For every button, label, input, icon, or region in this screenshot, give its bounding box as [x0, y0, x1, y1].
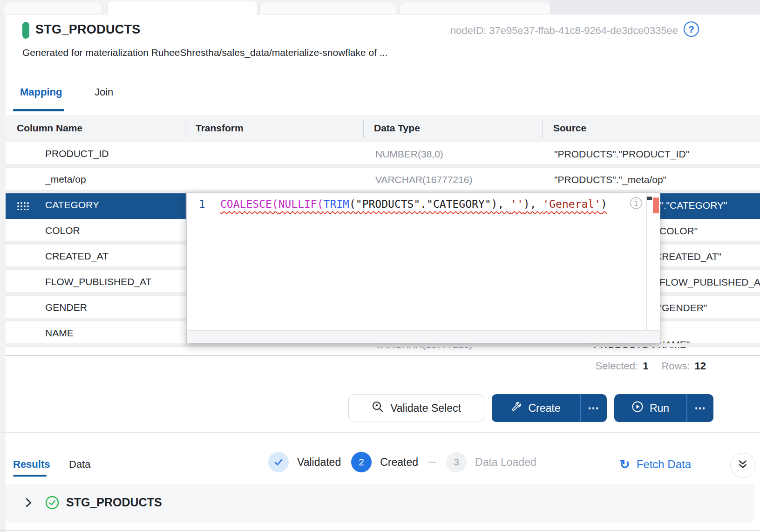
- error-marker: [653, 198, 659, 213]
- step-data-loaded: 3Data Loaded: [446, 452, 536, 472]
- create-button-main[interactable]: Create: [492, 394, 580, 422]
- code-token: 'General': [543, 198, 601, 210]
- magnifier-icon: [372, 401, 384, 416]
- row-column-name: _meta/op: [45, 174, 86, 185]
- code-line[interactable]: COALESCE(NULLIF(TRIM("PRODUCTS"."CATEGOR…: [220, 198, 607, 210]
- row-separator: [6, 164, 760, 168]
- validate-select-button[interactable]: Validate Select: [348, 394, 484, 422]
- node-type-pill: [22, 22, 29, 39]
- create-label: Create: [528, 402, 560, 415]
- editor-scrollbar[interactable]: [646, 193, 660, 330]
- tab-results[interactable]: Results: [13, 458, 50, 471]
- row-source: "PRODUCTS"."PRODUCT_ID": [554, 149, 689, 160]
- table-row[interactable]: PRODUCT_IDNUMBER(38,0)"PRODUCTS"."PRODUC…: [6, 142, 760, 168]
- step-number: 3: [446, 452, 467, 472]
- row-column-name: GENDER: [45, 302, 87, 313]
- step-connector: [428, 462, 436, 463]
- row-source: "PRODUCTS"."_meta/op": [554, 174, 666, 185]
- node-id-label: nodeID: 37e95e37-ffab-41c8-9264-de3dce03…: [450, 25, 678, 37]
- tab-strip-filler: [550, 0, 760, 14]
- scrollbar-thumb[interactable]: [647, 197, 652, 200]
- code-token: COALESCE(: [220, 198, 278, 210]
- editor-line-number: 1: [199, 198, 205, 210]
- collapse-panel-button[interactable]: [730, 453, 755, 478]
- step-label: Data Loaded: [475, 456, 536, 469]
- column-divider: [543, 120, 543, 138]
- column-header-datatype: Data Type: [374, 123, 420, 134]
- tab-data[interactable]: Data: [69, 458, 90, 471]
- column-header-transform: Transform: [196, 123, 244, 134]
- column-header-source: Source: [553, 123, 586, 134]
- tab-mapping[interactable]: Mapping: [20, 86, 62, 98]
- step-validated: Validated: [268, 452, 341, 472]
- background-tab[interactable]: [4, 3, 102, 14]
- run-label: Run: [650, 402, 669, 415]
- step-label: Validated: [297, 456, 341, 469]
- code-token: ): [601, 198, 607, 210]
- code-token: '': [510, 198, 523, 210]
- selection-summary: Selected: 1 Rows: 12: [595, 360, 706, 372]
- fetch-data-link[interactable]: ↻ Fetch Data: [619, 457, 691, 472]
- row-column-name: NAME: [45, 327, 74, 339]
- page-subtitle: Generated for materialization RuheeShres…: [22, 47, 387, 58]
- rows-label: Rows:: [661, 360, 690, 372]
- validate-select-label: Validate Select: [390, 402, 461, 415]
- step-number: 2: [351, 452, 372, 472]
- step-check-icon: [268, 452, 289, 472]
- table-header: Column Name Transform Data Type Source: [6, 116, 760, 142]
- chevron-right-icon[interactable]: [23, 496, 34, 511]
- results-tab-underline: [13, 475, 47, 477]
- table-row[interactable]: _meta/opVARCHAR(16777216)"PRODUCTS"."_me…: [6, 168, 760, 193]
- success-check-icon: [45, 495, 60, 512]
- step-created: 2Created: [351, 452, 418, 472]
- row-data-type: NUMBER(38,0): [375, 149, 443, 160]
- tab-join[interactable]: Join: [95, 86, 113, 98]
- row-column-name: FLOW_PUBLISHED_AT: [45, 276, 151, 287]
- code-token: NULLIF(: [278, 198, 324, 210]
- row-data-type: VARCHAR(16777216): [375, 174, 473, 185]
- code-token: ),: [523, 198, 543, 210]
- create-more-button[interactable]: ⋯: [580, 394, 607, 422]
- refresh-icon: ↻: [619, 457, 630, 472]
- page-bottom-divider: [0, 530, 760, 531]
- double-chevron-down-icon: [737, 458, 749, 472]
- row-column-name: PRODUCT_ID: [45, 148, 109, 159]
- column-divider: [363, 120, 364, 138]
- selected-label: Selected:: [595, 360, 638, 372]
- drag-handle-icon[interactable]: [17, 202, 29, 212]
- column-header-name: Column Name: [17, 123, 82, 134]
- editor-content[interactable]: 1 COALESCE(NULLIF(TRIM("PRODUCTS"."CATEG…: [187, 193, 660, 330]
- fetch-data-label: Fetch Data: [637, 458, 691, 471]
- page-left-gutter: [0, 0, 6, 532]
- rows-count: 12: [695, 360, 706, 372]
- background-tab[interactable]: [259, 3, 396, 14]
- column-divider-line: [185, 142, 185, 347]
- row-column-name: CREATED_AT: [45, 251, 109, 262]
- play-icon: [631, 401, 644, 416]
- code-token: ("PRODUCTS"."CATEGORY"),: [349, 198, 510, 210]
- help-icon[interactable]: ?: [684, 21, 699, 37]
- run-button[interactable]: Run ⋯: [614, 394, 713, 422]
- run-button-main[interactable]: Run: [614, 394, 686, 422]
- page-title: STG_PRODUCTS: [35, 22, 141, 37]
- active-tab-underline: [13, 109, 64, 111]
- result-item-row[interactable]: STG_PRODUCTS: [6, 484, 754, 523]
- editor-horizontal-scrollbar[interactable]: [187, 330, 660, 343]
- row-separator: [6, 343, 760, 347]
- result-item-name: STG_PRODUCTS: [66, 496, 162, 509]
- info-icon[interactable]: i: [630, 197, 642, 209]
- create-button[interactable]: Create ⋯: [492, 394, 607, 422]
- status-stepper: Validated2Created3Data Loaded: [268, 452, 536, 472]
- selected-count: 1: [643, 360, 648, 372]
- table-bottom-divider: [6, 355, 760, 356]
- active-tab[interactable]: [107, 1, 258, 16]
- transform-code-editor[interactable]: 1 COALESCE(NULLIF(TRIM("PRODUCTS"."CATEG…: [186, 192, 660, 343]
- results-panel-divider: [0, 432, 760, 433]
- row-column-name: CATEGORY: [45, 199, 99, 211]
- background-tab[interactable]: [400, 3, 551, 14]
- run-more-button[interactable]: ⋯: [686, 394, 713, 422]
- column-divider: [185, 120, 185, 138]
- code-token: TRIM: [324, 198, 349, 210]
- wrench-icon: [511, 401, 522, 415]
- step-label: Created: [380, 456, 418, 469]
